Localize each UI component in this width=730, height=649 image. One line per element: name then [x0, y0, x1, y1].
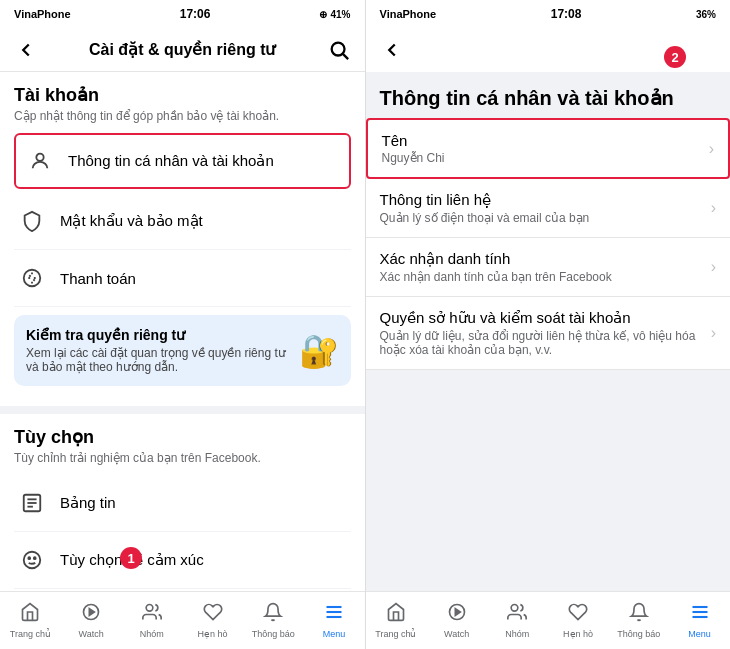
identity-content: Xác nhận danh tính Xác nhận danh tính củ… — [380, 250, 711, 284]
right-nav-watch-label: Watch — [444, 629, 469, 639]
right-bell-icon — [629, 602, 649, 627]
password-item[interactable]: Mật khẩu và bảo mật — [14, 193, 351, 250]
name-content: Tên Nguyễn Chi — [382, 132, 709, 165]
right-time: 17:08 — [551, 7, 582, 21]
right-nav-home[interactable]: Trang chủ — [366, 592, 427, 649]
svg-marker-18 — [455, 609, 460, 616]
right-carrier: VinaPhone — [380, 8, 437, 20]
right-status-icons: 36% — [696, 9, 716, 20]
svg-point-0 — [331, 42, 344, 55]
left-status-bar: VinaPhone 17:06 ⊕ 41% — [0, 0, 365, 28]
contact-content: Thông tin liên hệ Quản lý số điện thoại … — [380, 191, 711, 225]
emoji-option-item[interactable]: Tùy chọn về cảm xúc — [14, 532, 351, 589]
right-menu-icon — [690, 602, 710, 627]
right-home-icon — [386, 602, 406, 627]
ownership-item[interactable]: Quyền sở hữu và kiểm soát tài khoản Quản… — [366, 297, 731, 370]
personal-info-label: Thông tin cá nhân và tài khoản — [68, 152, 343, 170]
contact-arrow: › — [711, 199, 716, 217]
nav-notifications-label: Thông báo — [252, 629, 295, 639]
personal-info-item[interactable]: Thông tin cá nhân và tài khoản — [14, 133, 351, 189]
svg-point-2 — [36, 154, 43, 161]
name-title: Tên — [382, 132, 709, 149]
annotation-2: 2 — [664, 46, 686, 68]
menu-icon-left — [324, 602, 344, 627]
right-nav-menu-label: Menu — [688, 629, 711, 639]
contact-subtitle: Quản lý số điện thoại và email của bạn — [380, 211, 711, 225]
nav-watch-label: Watch — [79, 629, 104, 639]
lock-icon: 🔐 — [299, 332, 339, 370]
svg-point-13 — [146, 605, 153, 612]
nav-menu-left-label: Menu — [323, 629, 346, 639]
left-header-title: Cài đặt & quyền riêng tư — [48, 40, 317, 59]
right-nav-notifications-label: Thông báo — [617, 629, 660, 639]
ownership-content: Quyền sở hữu và kiểm soát tài khoản Quản… — [380, 309, 711, 357]
left-content: Tài khoản Cập nhật thông tin để góp phần… — [0, 72, 365, 591]
nav-home[interactable]: Trang chủ — [0, 592, 61, 649]
account-subtitle: Cập nhật thông tin để góp phần bảo vệ tà… — [14, 109, 351, 123]
news-feed-item[interactable]: Bảng tin — [14, 475, 351, 532]
right-bottom-nav: Trang chủ Watch Nhóm — [366, 591, 731, 649]
right-nav-menu[interactable]: Menu — [669, 592, 730, 649]
left-time: 17:06 — [180, 7, 211, 21]
nav-menu-left[interactable]: Menu — [304, 592, 365, 649]
left-carrier: VinaPhone — [14, 8, 71, 20]
ownership-title: Quyền sở hữu và kiểm soát tài khoản — [380, 309, 711, 327]
left-bottom-nav: Trang chủ Watch Nhóm — [0, 591, 365, 649]
options-subtitle: Tùy chỉnh trải nghiệm của bạn trên Faceb… — [14, 451, 351, 465]
ownership-arrow: › — [711, 324, 716, 342]
name-arrow: › — [709, 140, 714, 158]
identity-arrow: › — [711, 258, 716, 276]
newspaper-icon — [14, 485, 50, 521]
payment-item[interactable]: Thanh toán — [14, 250, 351, 307]
person-icon — [22, 143, 58, 179]
identity-title: Xác nhận danh tính — [380, 250, 711, 268]
heart-icon — [203, 602, 223, 627]
right-nav-notifications[interactable]: Thông báo — [609, 592, 670, 649]
right-page-title: Thông tin cá nhân và tài khoản — [366, 72, 731, 118]
svg-line-1 — [343, 54, 348, 59]
right-group-icon — [507, 602, 527, 627]
right-content: Thông tin cá nhân và tài khoản Tên Nguyễ… — [366, 72, 731, 591]
svg-point-9 — [28, 557, 30, 559]
password-label: Mật khẩu và bảo mật — [60, 212, 351, 230]
right-nav-dating-label: Hẹn hò — [563, 629, 593, 639]
privacy-check-card[interactable]: Kiểm tra quyền riêng tư Xem lại các cài … — [14, 315, 351, 386]
gps-icon: ⊕ — [319, 9, 327, 20]
nav-home-label: Trang chủ — [10, 629, 51, 639]
nav-watch[interactable]: Watch — [61, 592, 122, 649]
account-title: Tài khoản — [14, 84, 351, 106]
identity-item[interactable]: Xác nhận danh tính Xác nhận danh tính củ… — [366, 238, 731, 297]
annotation-1: 1 — [120, 547, 142, 569]
news-feed-label: Bảng tin — [60, 494, 351, 512]
name-item[interactable]: Tên Nguyễn Chi › — [366, 118, 731, 179]
privacy-card-desc: Xem lại các cài đặt quan trọng về quyền … — [26, 346, 287, 374]
shield-icon — [14, 203, 50, 239]
right-back-button[interactable] — [378, 36, 406, 64]
payment-icon — [14, 260, 50, 296]
svg-point-3 — [24, 270, 41, 287]
right-heart-icon — [568, 602, 588, 627]
left-search-button[interactable] — [325, 36, 353, 64]
nav-dating-label: Hẹn hò — [198, 629, 228, 639]
privacy-card-content: Kiểm tra quyền riêng tư Xem lại các cài … — [26, 327, 287, 374]
nav-dating[interactable]: Hẹn hò — [182, 592, 243, 649]
svg-point-8 — [24, 552, 41, 569]
right-nav-watch[interactable]: Watch — [426, 592, 487, 649]
right-phone-screen: VinaPhone 17:08 36% 2 Thông tin cá nhân … — [366, 0, 731, 649]
left-phone-screen: VinaPhone 17:06 ⊕ 41% Cài đặt & quyền ri… — [0, 0, 365, 649]
nav-notifications[interactable]: Thông báo — [243, 592, 304, 649]
privacy-card-title: Kiểm tra quyền riêng tư — [26, 327, 287, 343]
emoji-option-label: Tùy chọn về cảm xúc — [60, 551, 351, 569]
nav-bell-icon — [263, 602, 283, 627]
nav-group-label: Nhóm — [140, 629, 164, 639]
left-status-icons: ⊕ 41% — [319, 9, 350, 20]
svg-point-10 — [34, 557, 36, 559]
contact-item[interactable]: Thông tin liên hệ Quản lý số điện thoại … — [366, 179, 731, 238]
nav-group[interactable]: Nhóm — [122, 592, 183, 649]
right-nav-group[interactable]: Nhóm — [487, 592, 548, 649]
right-nav-dating[interactable]: Hẹn hò — [548, 592, 609, 649]
watch-icon — [81, 602, 101, 627]
name-subtitle: Nguyễn Chi — [382, 151, 709, 165]
left-back-button[interactable] — [12, 36, 40, 64]
battery-level: 41% — [330, 9, 350, 20]
